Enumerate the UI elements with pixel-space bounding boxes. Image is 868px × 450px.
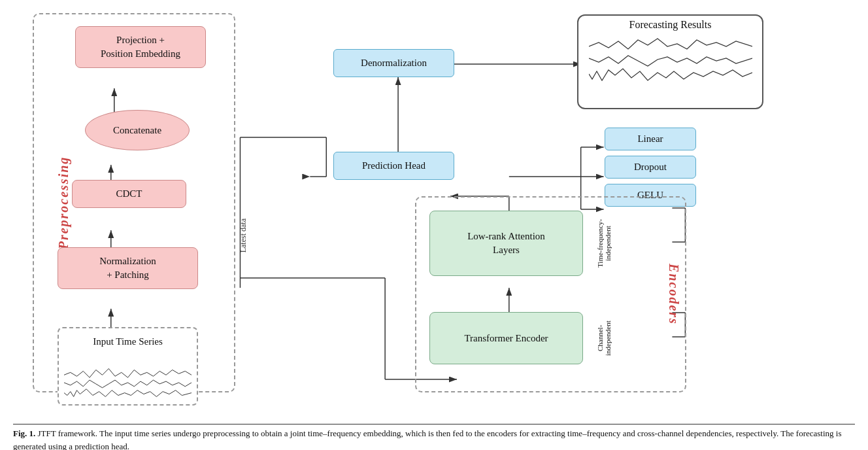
input-time-series-box: Input Time Series <box>58 327 198 406</box>
encoders-section: Encoders Low-rank AttentionLayers Time-f… <box>415 196 686 392</box>
dropout-label: Dropout <box>634 162 667 172</box>
prediction-options: Linear Dropout GELU <box>605 128 696 207</box>
diagram-area: Preprocessing Projection +Position Embed… <box>13 7 855 419</box>
latest-data-label: Latest data <box>239 218 248 252</box>
prediction-head-label: Prediction Head <box>362 160 426 171</box>
norm-patching-box: Normalization+ Patching <box>58 247 198 289</box>
transformer-encoder-label: Transformer Encoder <box>464 332 548 345</box>
preprocessing-label: Preprocessing <box>56 156 71 250</box>
forecasting-results-box: Forecasting Results <box>577 14 763 109</box>
forecasting-title: Forecasting Results <box>629 19 712 31</box>
prediction-head-box: Prediction Head <box>333 152 454 180</box>
low-rank-box: Low-rank AttentionLayers <box>429 211 583 276</box>
cdct-label: CDCT <box>116 188 142 199</box>
concatenate-ellipse: Concatenate <box>85 110 190 150</box>
linear-box: Linear <box>605 128 696 150</box>
channel-container: Channel-independent <box>588 312 620 364</box>
linear-label: Linear <box>637 133 663 144</box>
denormalization-label: Denormalization <box>361 58 427 68</box>
dropout-box: Dropout <box>605 156 696 179</box>
transformer-encoder-box: Transformer Encoder <box>429 312 583 364</box>
forecasting-chart <box>589 33 752 92</box>
main-container: Preprocessing Projection +Position Embed… <box>0 0 868 450</box>
time-freq-container: Time-frequency-independent <box>588 211 620 276</box>
projection-embed-box: Projection +Position Embedding <box>75 26 206 68</box>
fig-label: Fig. 1. <box>13 428 35 438</box>
caption-text: JTFT framework. The input time series un… <box>13 428 841 450</box>
cdct-box: CDCT <box>72 180 186 208</box>
low-rank-label: Low-rank AttentionLayers <box>467 230 545 257</box>
latest-data-container: Latest data <box>237 196 250 275</box>
caption: Fig. 1. JTFT framework. The input time s… <box>13 424 855 450</box>
norm-patching-label: Normalization+ Patching <box>99 256 156 280</box>
time-freq-label: Time-frequency-independent <box>596 211 612 276</box>
projection-embed-label: Projection +Position Embedding <box>101 35 180 59</box>
denormalization-box: Denormalization <box>333 49 454 77</box>
encoders-label: Encoders <box>667 264 682 325</box>
channel-label: Channel-independent <box>596 312 612 364</box>
input-ts-label: Input Time Series <box>93 336 163 347</box>
concatenate-label: Concatenate <box>113 125 161 136</box>
